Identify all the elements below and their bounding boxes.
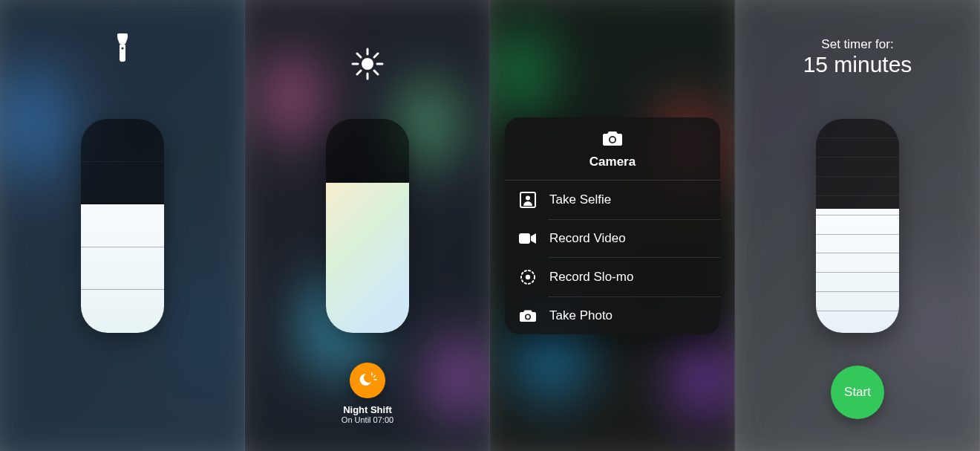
- brightness-fill: [326, 183, 409, 333]
- menu-item-label: Take Selfie: [549, 192, 611, 207]
- svg-line-11: [357, 71, 361, 74]
- camera-menu-title: Camera: [505, 155, 720, 169]
- svg-rect-0: [117, 33, 128, 38]
- menu-item-take-photo[interactable]: Take Photo: [505, 297, 720, 334]
- timer-value: 15 minutes: [735, 52, 980, 77]
- svg-point-18: [526, 195, 530, 200]
- selfie-icon: [518, 192, 538, 208]
- timer-start-button[interactable]: Start: [831, 366, 884, 419]
- svg-point-2: [121, 47, 123, 49]
- menu-item-label: Take Photo: [549, 308, 612, 323]
- svg-line-9: [374, 71, 378, 74]
- menu-item-take-selfie[interactable]: Take Selfie: [505, 181, 720, 219]
- svg-rect-1: [120, 44, 125, 62]
- video-icon: [518, 233, 538, 244]
- svg-point-3: [362, 58, 373, 70]
- brightness-slider[interactable]: [326, 119, 409, 333]
- brightness-panel: Night Shift On Until 07:00: [245, 0, 490, 451]
- flashlight-panel: [0, 0, 245, 451]
- timer-heading: Set timer for: 15 minutes: [735, 37, 980, 77]
- camera-panel: Camera Take Selfie: [490, 0, 735, 451]
- svg-point-16: [610, 137, 615, 141]
- sun-icon: [350, 46, 385, 82]
- night-shift-status: On Until 07:00: [342, 415, 393, 424]
- night-shift-button[interactable]: [350, 363, 385, 398]
- flashlight-slider[interactable]: [81, 119, 164, 333]
- flashlight-icon: [114, 33, 131, 63]
- timer-slider[interactable]: [816, 119, 899, 333]
- camera-icon: [518, 308, 538, 323]
- svg-point-23: [526, 315, 530, 319]
- svg-rect-19: [519, 233, 530, 244]
- svg-point-21: [526, 274, 530, 279]
- night-shift-title: Night Shift: [342, 404, 393, 415]
- timer-start-label: Start: [844, 385, 871, 400]
- timer-ticks: [816, 119, 899, 333]
- night-shift-icon: [358, 371, 377, 390]
- menu-item-label: Record Slo-mo: [549, 270, 633, 285]
- timer-panel: Set timer for: 15 minutes: [735, 0, 980, 451]
- svg-line-10: [374, 53, 378, 57]
- camera-menu-header: Camera: [505, 117, 720, 181]
- svg-line-8: [357, 53, 361, 57]
- svg-line-13: [374, 376, 376, 377]
- slomo-icon: [518, 269, 538, 285]
- menu-item-label: Record Video: [549, 231, 626, 246]
- menu-item-record-video[interactable]: Record Video: [505, 220, 720, 257]
- night-shift-text: Night Shift On Until 07:00: [342, 404, 393, 424]
- camera-icon: [601, 129, 624, 147]
- timer-label: Set timer for:: [735, 37, 980, 52]
- flashlight-ticks: [81, 119, 164, 333]
- menu-item-record-slomo[interactable]: Record Slo-mo: [505, 258, 720, 296]
- camera-menu: Camera Take Selfie: [505, 117, 720, 334]
